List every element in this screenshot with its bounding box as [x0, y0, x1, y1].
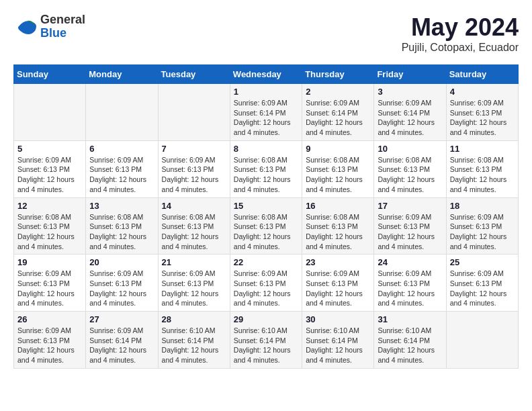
day-number: 26 [17, 314, 82, 324]
day-info: Sunrise: 6:09 AMSunset: 6:13 PMDaylight:… [89, 269, 154, 308]
calendar-cell: 18Sunrise: 6:09 AMSunset: 6:13 PMDayligh… [446, 197, 518, 255]
day-number: 12 [17, 201, 82, 211]
day-number: 21 [162, 257, 226, 267]
day-info: Sunrise: 6:08 AMSunset: 6:13 PMDaylight:… [234, 155, 298, 195]
header-monday: Monday [86, 65, 158, 84]
day-info: Sunrise: 6:09 AMSunset: 6:13 PMDaylight:… [378, 212, 442, 252]
day-number: 24 [378, 257, 442, 267]
calendar-body: 1Sunrise: 6:09 AMSunset: 6:14 PMDaylight… [14, 84, 519, 369]
day-info: Sunrise: 6:09 AMSunset: 6:13 PMDaylight:… [17, 269, 82, 308]
day-info: Sunrise: 6:10 AMSunset: 6:14 PMDaylight:… [378, 326, 442, 365]
day-number: 8 [234, 144, 298, 154]
day-number: 1 [234, 87, 298, 97]
day-number: 15 [234, 201, 298, 211]
calendar-cell: 8Sunrise: 6:08 AMSunset: 6:13 PMDaylight… [230, 140, 302, 197]
day-number: 20 [89, 257, 154, 267]
week-row-0: 1Sunrise: 6:09 AMSunset: 6:14 PMDaylight… [14, 84, 519, 141]
calendar-cell: 30Sunrise: 6:10 AMSunset: 6:14 PMDayligh… [302, 312, 374, 369]
calendar-cell: 1Sunrise: 6:09 AMSunset: 6:14 PMDaylight… [230, 84, 302, 141]
calendar-cell: 23Sunrise: 6:09 AMSunset: 6:13 PMDayligh… [302, 255, 374, 312]
day-number: 7 [162, 144, 226, 154]
day-info: Sunrise: 6:09 AMSunset: 6:13 PMDaylight:… [450, 212, 515, 252]
calendar-cell: 20Sunrise: 6:09 AMSunset: 6:13 PMDayligh… [86, 255, 158, 312]
day-info: Sunrise: 6:09 AMSunset: 6:13 PMDaylight:… [162, 269, 226, 308]
day-number: 4 [450, 87, 515, 97]
calendar-cell: 21Sunrise: 6:09 AMSunset: 6:13 PMDayligh… [158, 255, 230, 312]
logo-blue-text: Blue [40, 27, 85, 40]
calendar-cell: 19Sunrise: 6:09 AMSunset: 6:13 PMDayligh… [14, 255, 86, 312]
calendar-cell [158, 84, 230, 141]
header: General Blue May 2024 Pujili, Cotopaxi, … [13, 13, 519, 54]
day-info: Sunrise: 6:09 AMSunset: 6:13 PMDaylight:… [234, 269, 298, 308]
day-info: Sunrise: 6:08 AMSunset: 6:13 PMDaylight:… [378, 155, 442, 195]
day-number: 22 [234, 257, 298, 267]
header-friday: Friday [374, 65, 446, 84]
calendar-cell: 5Sunrise: 6:09 AMSunset: 6:13 PMDaylight… [14, 140, 86, 197]
calendar-cell: 27Sunrise: 6:09 AMSunset: 6:14 PMDayligh… [86, 312, 158, 369]
header-tuesday: Tuesday [158, 65, 230, 84]
header-saturday: Saturday [446, 65, 518, 84]
week-row-2: 12Sunrise: 6:08 AMSunset: 6:13 PMDayligh… [14, 197, 519, 255]
day-number: 6 [89, 144, 154, 154]
calendar-cell: 10Sunrise: 6:08 AMSunset: 6:13 PMDayligh… [374, 140, 446, 197]
calendar-title: May 2024 [402, 13, 519, 42]
logo-general-text: General [40, 13, 85, 27]
day-number: 10 [378, 144, 442, 154]
day-info: Sunrise: 6:09 AMSunset: 6:13 PMDaylight:… [17, 326, 82, 365]
calendar-cell: 26Sunrise: 6:09 AMSunset: 6:13 PMDayligh… [14, 312, 86, 369]
header-sunday: Sunday [14, 65, 86, 84]
day-info: Sunrise: 6:09 AMSunset: 6:13 PMDaylight:… [378, 269, 442, 308]
day-info: Sunrise: 6:09 AMSunset: 6:14 PMDaylight:… [378, 98, 442, 138]
day-info: Sunrise: 6:08 AMSunset: 6:13 PMDaylight:… [306, 212, 370, 252]
calendar-cell: 31Sunrise: 6:10 AMSunset: 6:14 PMDayligh… [374, 312, 446, 369]
header-thursday: Thursday [302, 65, 374, 84]
logo-text: General Blue [40, 13, 85, 40]
week-row-4: 26Sunrise: 6:09 AMSunset: 6:13 PMDayligh… [14, 312, 519, 369]
calendar-table: SundayMondayTuesdayWednesdayThursdayFrid… [13, 64, 519, 369]
calendar-cell: 16Sunrise: 6:08 AMSunset: 6:13 PMDayligh… [302, 197, 374, 255]
day-info: Sunrise: 6:09 AMSunset: 6:13 PMDaylight:… [17, 155, 82, 195]
week-row-3: 19Sunrise: 6:09 AMSunset: 6:13 PMDayligh… [14, 255, 519, 312]
day-number: 11 [450, 144, 515, 154]
calendar-cell: 17Sunrise: 6:09 AMSunset: 6:13 PMDayligh… [374, 197, 446, 255]
day-number: 16 [306, 201, 370, 211]
calendar-cell: 3Sunrise: 6:09 AMSunset: 6:14 PMDaylight… [374, 84, 446, 141]
day-number: 25 [450, 257, 515, 267]
calendar-cell: 24Sunrise: 6:09 AMSunset: 6:13 PMDayligh… [374, 255, 446, 312]
day-number: 9 [306, 144, 370, 154]
day-number: 31 [378, 314, 442, 324]
calendar-cell: 11Sunrise: 6:08 AMSunset: 6:13 PMDayligh… [446, 140, 518, 197]
calendar-cell [86, 84, 158, 141]
calendar-cell: 4Sunrise: 6:09 AMSunset: 6:13 PMDaylight… [446, 84, 518, 141]
day-number: 17 [378, 201, 442, 211]
calendar-cell: 13Sunrise: 6:08 AMSunset: 6:13 PMDayligh… [86, 197, 158, 255]
logo: General Blue [13, 13, 85, 40]
day-number: 28 [162, 314, 226, 324]
day-info: Sunrise: 6:09 AMSunset: 6:13 PMDaylight:… [89, 155, 154, 195]
day-number: 5 [17, 144, 82, 154]
day-number: 14 [162, 201, 226, 211]
day-info: Sunrise: 6:10 AMSunset: 6:14 PMDaylight:… [306, 326, 370, 365]
calendar-cell: 28Sunrise: 6:10 AMSunset: 6:14 PMDayligh… [158, 312, 230, 369]
day-info: Sunrise: 6:10 AMSunset: 6:14 PMDaylight:… [234, 326, 298, 365]
title-area: May 2024 Pujili, Cotopaxi, Ecuador [402, 13, 519, 54]
day-info: Sunrise: 6:08 AMSunset: 6:13 PMDaylight:… [450, 155, 515, 195]
calendar-subtitle: Pujili, Cotopaxi, Ecuador [402, 42, 519, 54]
calendar-cell: 25Sunrise: 6:09 AMSunset: 6:13 PMDayligh… [446, 255, 518, 312]
day-number: 19 [17, 257, 82, 267]
week-row-1: 5Sunrise: 6:09 AMSunset: 6:13 PMDaylight… [14, 140, 519, 197]
day-info: Sunrise: 6:08 AMSunset: 6:13 PMDaylight:… [89, 212, 154, 252]
day-info: Sunrise: 6:08 AMSunset: 6:13 PMDaylight:… [17, 212, 82, 252]
calendar-cell: 14Sunrise: 6:08 AMSunset: 6:13 PMDayligh… [158, 197, 230, 255]
logo-icon [13, 15, 38, 39]
calendar-cell: 2Sunrise: 6:09 AMSunset: 6:14 PMDaylight… [302, 84, 374, 141]
day-number: 30 [306, 314, 370, 324]
calendar-cell: 7Sunrise: 6:09 AMSunset: 6:13 PMDaylight… [158, 140, 230, 197]
header-row: SundayMondayTuesdayWednesdayThursdayFrid… [14, 65, 519, 84]
day-info: Sunrise: 6:09 AMSunset: 6:14 PMDaylight:… [89, 326, 154, 365]
calendar-cell: 9Sunrise: 6:08 AMSunset: 6:13 PMDaylight… [302, 140, 374, 197]
calendar-header: SundayMondayTuesdayWednesdayThursdayFrid… [14, 65, 519, 84]
day-info: Sunrise: 6:09 AMSunset: 6:13 PMDaylight:… [450, 269, 515, 308]
calendar-cell [446, 312, 518, 369]
day-info: Sunrise: 6:09 AMSunset: 6:13 PMDaylight:… [306, 269, 370, 308]
